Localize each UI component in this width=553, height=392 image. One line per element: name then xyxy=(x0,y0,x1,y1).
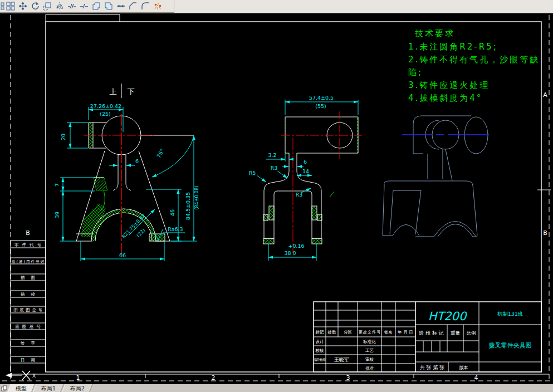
fillet-icon[interactable] xyxy=(139,1,151,12)
version-label: 版本 xyxy=(459,365,468,370)
left-margin-labels: B 零件代号 借(通)用件登记 描图 描校 旧底图总号 底图总号 签字 日期 xyxy=(12,229,45,362)
tb-header: 更改文件号 xyxy=(359,330,381,335)
margin-label: 签字 xyxy=(21,341,36,346)
dim-label: (22) xyxy=(135,227,146,238)
break-icon[interactable] xyxy=(66,1,78,12)
dim-label: 46 xyxy=(169,209,175,216)
margin-label: 零件代号 xyxy=(14,242,42,247)
dim-label: (55) xyxy=(315,103,326,109)
tb-header: 分区 xyxy=(344,330,353,335)
dim-label: 3.2 xyxy=(268,152,276,158)
dim-label: R5 xyxy=(249,170,256,176)
toolbar-grip-icon[interactable] xyxy=(1,1,4,12)
stage-label: 阶 段 标 记 xyxy=(419,330,444,336)
tech-requirements: 技术要求 1.未注圆角R2-R5; 2.铸件不得有气孔，沙眼等缺 陷; 3.铸件… xyxy=(408,28,540,103)
material-label: HT200 xyxy=(428,310,467,323)
orientation-down-label: 下 xyxy=(128,87,135,96)
tb-header: 年 月 日 xyxy=(397,330,413,335)
class-label: 机制131班 xyxy=(497,311,523,317)
tb-row-label: 审核 xyxy=(365,357,374,362)
explode-icon[interactable] xyxy=(151,1,164,12)
zone-number: 4 xyxy=(474,374,478,381)
zone-letter-a: A xyxy=(543,91,547,99)
break-at-point-icon[interactable] xyxy=(78,1,90,12)
tb-row-label: 指导教师 xyxy=(314,358,326,362)
tb-row-label: 设计 xyxy=(316,339,325,344)
tab-layout2[interactable]: 布局2 xyxy=(62,384,94,392)
tech-line: 4.拔模斜度为4° xyxy=(408,93,482,103)
dim-label: 38 0 xyxy=(284,250,296,256)
orientation-up-label: 上 xyxy=(110,87,117,96)
copy-icon[interactable] xyxy=(90,1,102,12)
dim-label: R3 xyxy=(296,192,303,198)
dim-label: 84.5±0.35 xyxy=(185,192,191,220)
layout-tab-bar: 模型 布局1 布局2 xyxy=(0,384,553,392)
zone-number: 1 xyxy=(76,374,80,381)
offset-icon[interactable] xyxy=(102,1,115,12)
side-view xyxy=(257,100,362,261)
margin-label: 底图总号 xyxy=(15,324,41,329)
dim-label: R21.75±0.42 xyxy=(121,213,146,239)
margin-label: 日期 xyxy=(21,357,35,362)
sheet-frame xyxy=(2,14,551,381)
top-toolbar xyxy=(0,0,553,13)
scale-label: 比例 xyxy=(467,330,476,336)
dim-label: 7 xyxy=(54,183,60,187)
tech-line: 3.铸件应退火处理 xyxy=(408,80,490,90)
tech-line: 陷; xyxy=(408,67,423,77)
tb-row-label: 工艺 xyxy=(365,348,374,353)
join-icon[interactable] xyxy=(115,1,127,12)
tech-line: 2.铸件不得有气孔，沙眼等缺 xyxy=(408,55,540,65)
margin-label: 旧底图总号 xyxy=(13,307,43,312)
drawing-title: 拨叉零件夹具图 xyxy=(489,342,532,349)
dim-label: (25) xyxy=(100,111,111,117)
tech-title: 技术要求 xyxy=(415,28,455,38)
chamfer-icon[interactable] xyxy=(127,1,139,12)
tb-row-label: 标准化 xyxy=(363,339,376,344)
tb-header: 标记 xyxy=(315,330,325,335)
side-view-labels: 57.4±0.5 (55) 3.2 6 14 R5 R3 R3 +0.16 38… xyxy=(249,95,334,256)
margin-label: 借(通)用件登记 xyxy=(12,259,45,264)
margin-label: 描校 xyxy=(21,292,36,297)
dim-label: (84±0.08) xyxy=(194,185,199,210)
dim-label: 6 xyxy=(304,159,307,165)
zone-letter-b: B xyxy=(543,229,547,237)
sheets-label: 共 张 第 张 xyxy=(420,365,445,370)
tb-row-label: 批准 xyxy=(365,366,374,371)
dim-label: 6 xyxy=(135,158,139,164)
tb-row-label: 校核 xyxy=(315,348,325,353)
advisor-name: 王晓军 xyxy=(334,357,349,362)
dim-label: +0.16 xyxy=(288,243,304,249)
tab-model[interactable]: 模型 xyxy=(7,384,35,392)
dim-label: 66 xyxy=(119,252,126,258)
drawing-canvas[interactable]: B 零件代号 借(通)用件登记 描图 描校 旧底图总号 底图总号 签字 日期 A… xyxy=(0,13,553,384)
rotate-icon[interactable] xyxy=(29,1,41,12)
dim-label: 57.4±0.5 xyxy=(309,95,334,101)
tb-header: 签名 xyxy=(384,330,393,335)
mirror-icon[interactable] xyxy=(53,1,66,12)
ucs-axis-label: X xyxy=(32,373,36,379)
zone-number: 2 xyxy=(212,374,216,381)
margin-label: 描图 xyxy=(21,275,35,280)
dim-label: 27.26±0.42 xyxy=(90,103,121,109)
ucs-icon: X xyxy=(6,371,36,380)
viewports-icon[interactable] xyxy=(4,1,17,12)
iso-view xyxy=(383,116,489,237)
move-icon[interactable] xyxy=(17,1,29,12)
modify-toolbar-panel xyxy=(0,0,174,13)
zone-number: 3 xyxy=(346,374,350,381)
drawing-svg: B 零件代号 借(通)用件登记 描图 描校 旧底图总号 底图总号 签字 日期 A… xyxy=(0,13,553,384)
tab-layout1[interactable]: 布局1 xyxy=(33,384,64,392)
dim-label: 20 xyxy=(60,134,66,140)
dim-label: 14 xyxy=(302,168,309,174)
dim-label: R3 xyxy=(271,165,278,171)
scale-icon[interactable] xyxy=(41,1,53,12)
zone-letter-left-b: B xyxy=(26,229,30,237)
dim-label: 39 xyxy=(54,212,60,218)
tb-header: 处数 xyxy=(327,330,337,335)
dim-label: 76° xyxy=(155,148,165,159)
weight-label: 重量 xyxy=(451,330,461,336)
tech-line: 1.未注圆角R2-R5; xyxy=(408,42,498,52)
surface-finish-label: Ra6.3 xyxy=(168,226,183,232)
